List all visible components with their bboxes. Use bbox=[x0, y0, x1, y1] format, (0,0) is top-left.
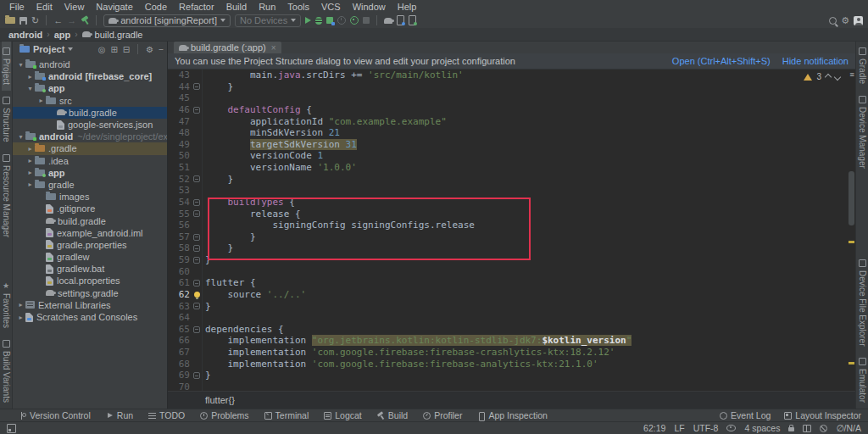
fold-marker-icon[interactable] bbox=[193, 234, 200, 241]
gutter-fold[interactable] bbox=[192, 289, 202, 301]
save-all-icon[interactable] bbox=[19, 17, 27, 25]
lock-icon[interactable] bbox=[788, 427, 794, 431]
tree-item-google-services-json[interactable]: google-services.json bbox=[13, 119, 167, 131]
open-project-icon[interactable] bbox=[5, 17, 15, 24]
toolwindow-app-inspection[interactable]: App Inspection bbox=[477, 410, 547, 420]
tree-item-settings-gradle[interactable]: settings.gradle bbox=[13, 287, 167, 299]
inspections-widget[interactable]: 3 bbox=[804, 72, 840, 81]
code-line[interactable]: 62 source '../..' bbox=[168, 289, 855, 301]
toolwindow-layout-inspector[interactable]: Layout Inspector bbox=[784, 410, 861, 420]
code-line[interactable]: 68 implementation 'com.google.firebase:f… bbox=[168, 359, 855, 370]
menu-code[interactable]: Code bbox=[139, 2, 173, 12]
search-result-marker[interactable] bbox=[849, 362, 854, 364]
tree-item-example-android-iml[interactable]: example_android.iml bbox=[13, 227, 167, 239]
code-line[interactable]: 66 implementation "org.jetbrains.kotlin:… bbox=[168, 335, 855, 347]
menu-build[interactable]: Build bbox=[220, 2, 253, 12]
locate-file-icon[interactable]: ◎ bbox=[98, 45, 106, 54]
tree-item-build-gradle[interactable]: build.gradle bbox=[13, 214, 167, 226]
tree-chevron-icon[interactable]: ▾ bbox=[16, 61, 25, 69]
toolwindow-terminal[interactable]: Terminal bbox=[264, 410, 309, 420]
tool-stripe-emulator[interactable]: Emulator bbox=[858, 352, 867, 409]
tab-build-gradle[interactable]: build.gradle (:app) × bbox=[174, 42, 281, 53]
toolwindow-profiler[interactable]: Profiler bbox=[423, 410, 462, 420]
tree-item-gradlew[interactable]: gradlew bbox=[13, 251, 167, 263]
tree-item-android[interactable]: ▾android~/dev/singleproject/exam bbox=[13, 131, 167, 142]
tool-stripe-build-variants[interactable]: Build Variants bbox=[2, 334, 11, 409]
tree-chevron-icon[interactable]: ▸ bbox=[16, 314, 25, 321]
code-line[interactable]: 51 versionName '1.0.0' bbox=[168, 162, 855, 174]
tree-item-gradlew-bat[interactable]: gradlew.bat bbox=[13, 263, 167, 275]
collapse-all-icon[interactable]: ⊟ bbox=[123, 45, 130, 54]
gutter-fold[interactable] bbox=[192, 197, 202, 209]
debug-icon[interactable] bbox=[315, 17, 322, 25]
code-line[interactable]: 55 release { bbox=[168, 209, 855, 220]
project-panel-title[interactable]: Project bbox=[33, 44, 64, 54]
code-line[interactable]: 46 defaultConfig { bbox=[168, 104, 855, 116]
gutter-fold[interactable] bbox=[192, 209, 202, 220]
device-select[interactable]: No Devices bbox=[235, 14, 301, 27]
menu-edit[interactable]: Edit bbox=[31, 2, 58, 12]
next-warning-icon[interactable] bbox=[834, 73, 841, 80]
gutter-fold[interactable] bbox=[192, 254, 202, 266]
gutter-fold[interactable] bbox=[192, 81, 202, 93]
back-icon[interactable]: ← bbox=[53, 16, 63, 25]
caret-position[interactable]: 62:19 bbox=[643, 423, 665, 433]
gutter-fold[interactable] bbox=[192, 242, 202, 254]
code-line[interactable]: 45 bbox=[168, 92, 855, 104]
run-icon[interactable] bbox=[305, 17, 311, 24]
breadcrumb-item[interactable]: app bbox=[54, 30, 71, 40]
code-line[interactable]: 67 implementation 'com.google.firebase:f… bbox=[168, 347, 855, 359]
fold-marker-icon[interactable] bbox=[193, 210, 200, 217]
code-line[interactable]: 53 bbox=[168, 185, 855, 197]
code-line[interactable]: 64 bbox=[168, 312, 855, 324]
notification-open-link[interactable]: Open (Ctrl+Alt+Shift+S) bbox=[672, 56, 771, 66]
toolwindow-run[interactable]: Run bbox=[106, 410, 133, 420]
scrollbar-thumb[interactable] bbox=[849, 171, 854, 225]
tool-stripe-favorites[interactable]: ★Favorites bbox=[2, 275, 11, 334]
expand-all-icon[interactable]: ⊞ bbox=[110, 45, 117, 54]
tree-item-android-firebase-core-[interactable]: ▸android [firebase_core] bbox=[13, 70, 167, 82]
code-line[interactable]: 57 } bbox=[168, 231, 855, 243]
menu-vcs[interactable]: VCS bbox=[315, 2, 347, 12]
tree-chevron-icon[interactable]: ▸ bbox=[25, 145, 35, 153]
code-line[interactable]: 47 applicationId "com.example.example" bbox=[168, 116, 855, 128]
fold-marker-icon[interactable] bbox=[193, 326, 200, 333]
hide-panel-icon[interactable]: − bbox=[159, 45, 164, 54]
menu-view[interactable]: View bbox=[58, 2, 91, 12]
lightbulb-icon[interactable] bbox=[194, 292, 200, 298]
tree-chevron-icon[interactable]: ▸ bbox=[25, 169, 35, 176]
toolwindow-logcat[interactable]: Logcat bbox=[324, 410, 362, 420]
gutter-fold[interactable] bbox=[192, 277, 202, 289]
code-line[interactable]: 61flutter { bbox=[168, 277, 855, 289]
apply-changes-icon[interactable] bbox=[350, 16, 359, 25]
editor-breadcrumb[interactable]: flutter{} bbox=[168, 391, 855, 409]
reader-mode-icon[interactable] bbox=[803, 425, 811, 432]
code-line[interactable]: 59} bbox=[168, 254, 855, 266]
tree-chevron-icon[interactable]: ▸ bbox=[16, 301, 25, 309]
tree-item-gradle-properties[interactable]: gradle.properties bbox=[13, 239, 167, 251]
tree-chevron-icon[interactable]: ▸ bbox=[25, 73, 35, 81]
profile-app-icon[interactable] bbox=[326, 17, 333, 24]
tree-item-scratches-and-consoles[interactable]: ▸Scratches and Consoles bbox=[13, 311, 167, 323]
tree-item--idea[interactable]: ▸.idea bbox=[13, 155, 167, 167]
toolwindow-event-log[interactable]: Event Log bbox=[720, 410, 771, 420]
gutter-fold[interactable] bbox=[192, 370, 202, 381]
tree-item-gradle[interactable]: ▸gradle bbox=[13, 179, 167, 191]
gutter-fold[interactable] bbox=[192, 174, 202, 186]
editor-scrollbar[interactable]: ≡ bbox=[848, 70, 855, 391]
highlighting-level-icon[interactable] bbox=[726, 425, 736, 431]
editor-breadcrumb-label[interactable]: flutter{} bbox=[205, 395, 235, 405]
indent-setting[interactable]: 4 spaces bbox=[744, 423, 780, 433]
tree-chevron-icon[interactable]: ▸ bbox=[36, 97, 46, 104]
stop-icon[interactable] bbox=[363, 17, 370, 24]
search-result-marker[interactable] bbox=[849, 241, 854, 243]
fold-marker-icon[interactable] bbox=[193, 83, 200, 90]
tool-stripe-device-file-explorer[interactable]: Device File Explorer bbox=[858, 253, 867, 352]
code-line[interactable]: 56 signingConfig signingConfigs.release bbox=[168, 220, 855, 231]
code-line[interactable]: 44 } bbox=[168, 81, 855, 93]
tree-chevron-icon[interactable]: ▸ bbox=[25, 181, 35, 188]
fold-marker-icon[interactable] bbox=[193, 245, 200, 252]
code-line[interactable]: 70 bbox=[168, 381, 855, 391]
fold-marker-icon[interactable] bbox=[193, 372, 200, 379]
tree-item-src[interactable]: ▸src bbox=[13, 95, 167, 107]
